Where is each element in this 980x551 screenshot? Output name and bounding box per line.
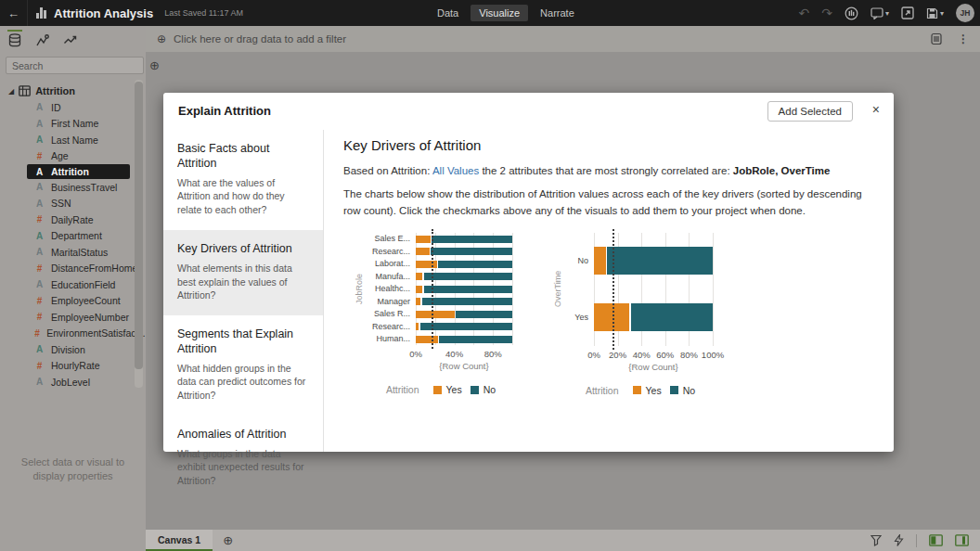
content-heading: Key Drivers of Attrition [343, 137, 870, 153]
bar-segment-yes[interactable] [594, 247, 606, 275]
legend-entry-yes[interactable]: Yes [433, 384, 462, 395]
kebab-menu-icon[interactable]: ⋮ [958, 32, 969, 45]
field-row[interactable]: AFirst Name [0, 116, 146, 133]
layout-left-icon[interactable] [929, 534, 943, 546]
back-button[interactable]: ← [0, 0, 28, 26]
redo-icon[interactable]: ↷ [821, 6, 832, 20]
field-row[interactable]: ADepartment [0, 228, 146, 245]
explain-nav-item[interactable]: Segments that Explain AttritionWhat hidd… [163, 315, 323, 416]
add-canvas-icon[interactable]: ⊕ [223, 534, 233, 546]
nav-item-desc: What are the values of Attrition and how… [177, 176, 308, 216]
filter-settings-icon[interactable] [930, 32, 943, 45]
explain-nav-item[interactable]: Basic Facts about AttritionWhat are the … [163, 130, 323, 230]
visualizations-tab[interactable] [34, 29, 51, 51]
field-row[interactable]: ADivision [0, 341, 146, 358]
field-row[interactable]: AMaritalStatus [0, 244, 146, 261]
chevron-down-icon: ▾ [940, 9, 944, 18]
measure-icon: # [34, 263, 45, 274]
layout-right-icon[interactable] [955, 534, 969, 546]
filter-pin-icon[interactable] [870, 534, 882, 546]
field-row[interactable]: #DistanceFromHome [0, 261, 146, 277]
tab-data[interactable]: Data [429, 5, 467, 21]
bar-segment-no[interactable] [456, 311, 512, 318]
tab-visualize[interactable]: Visualize [471, 5, 528, 21]
add-filter-prompt[interactable]: Click here or drag data to add a filter [174, 33, 346, 45]
data-elements-tab[interactable] [6, 29, 23, 51]
bar-segment-no[interactable] [424, 286, 512, 293]
field-row[interactable]: AEducationField [0, 276, 146, 293]
category-label: Human... [369, 334, 410, 343]
bar-segment-yes[interactable] [416, 248, 430, 255]
field-row[interactable]: AAttrition [27, 164, 130, 179]
overtime-chart[interactable]: OverTimeNoYes0%20%40%60%80%100%{Row Coun… [555, 233, 713, 396]
bar-segment-yes[interactable] [416, 261, 437, 268]
field-row[interactable]: #Age [0, 148, 146, 165]
attribute-icon: A [34, 135, 45, 145]
add-filter-icon[interactable]: ⊕ [157, 33, 166, 45]
bar-segment-no[interactable] [607, 247, 713, 275]
plot-area: Sales E...Researc...Laborat...Manufa...H… [369, 233, 512, 346]
field-row[interactable]: #EnvironmentSatisfac… [0, 326, 146, 342]
search-row: ⊕ [6, 57, 141, 74]
bar-segment-no[interactable] [438, 261, 512, 268]
field-name: SSN [51, 198, 71, 209]
all-values-link[interactable]: All Values [432, 165, 479, 176]
field-row[interactable]: ABusinessTravel [0, 179, 146, 196]
bar-segment-no[interactable] [422, 298, 512, 305]
bar-segment-yes[interactable] [416, 323, 419, 330]
legend-entry-no[interactable]: No [670, 385, 695, 396]
bar-segment-yes[interactable] [416, 286, 422, 293]
field-row[interactable]: ASSN [0, 196, 146, 212]
undo-icon[interactable]: ↶ [799, 6, 810, 20]
user-avatar[interactable]: JH [956, 4, 974, 22]
dataset-row[interactable]: ◢ Attrition [0, 83, 146, 99]
bar-segment-yes[interactable] [416, 236, 431, 243]
present-icon[interactable] [901, 6, 914, 19]
field-row[interactable]: #EmployeeCount [0, 293, 146, 310]
add-selected-button[interactable]: Add Selected [767, 101, 853, 122]
legend-entry-yes[interactable]: Yes [633, 385, 662, 396]
bar-segment-no[interactable] [420, 323, 512, 330]
explain-nav-item[interactable]: Anomalies of AttritionWhat groups in the… [163, 416, 323, 501]
bar-segment-no[interactable] [432, 236, 512, 243]
field-row[interactable]: #HourlyRate [0, 358, 146, 375]
field-row[interactable]: #EmployeeNumber [0, 309, 146, 326]
canvas-tab[interactable]: Canvas 1 [146, 530, 213, 551]
attribute-icon: A [34, 119, 45, 129]
bar-segment-no[interactable] [424, 273, 512, 280]
field-row[interactable]: AJobLevel [0, 374, 146, 390]
field-row[interactable]: ALast Name [0, 132, 146, 148]
field-name: ID [51, 102, 61, 113]
category-label: Sales R... [369, 309, 410, 318]
explanation-text: The charts below show the distribution o… [343, 186, 870, 219]
x-axis-tick: 60% [656, 350, 674, 360]
tab-narrate[interactable]: Narrate [532, 5, 583, 21]
bar-segment-yes[interactable] [594, 303, 629, 331]
bar-segment-yes[interactable] [416, 273, 422, 280]
x-axis-title: {Row Count} [628, 362, 677, 372]
sidebar-scrollbar-thumb[interactable] [135, 82, 143, 369]
correlated-attributes: JobRole, OverTime [733, 165, 831, 176]
field-name: Age [51, 150, 69, 161]
add-dataset-icon[interactable]: ⊕ [149, 59, 160, 71]
bar-segment-yes[interactable] [416, 336, 438, 343]
bar-segment-no[interactable] [431, 248, 512, 255]
jobrole-chart[interactable]: JobRoleSales E...Researc...Laborat...Man… [356, 233, 512, 396]
field-row[interactable]: AID [0, 99, 146, 116]
legend-entry-no[interactable]: No [471, 384, 496, 395]
bar-segment-yes[interactable] [416, 311, 455, 318]
auto-insights-icon[interactable] [845, 6, 858, 20]
bar-segment-no[interactable] [631, 303, 713, 331]
analytics-tab[interactable] [62, 29, 79, 51]
search-input[interactable] [6, 57, 144, 74]
close-icon[interactable]: × [872, 103, 880, 116]
bar-segment-yes[interactable] [416, 298, 420, 305]
bar-segment-no[interactable] [439, 336, 512, 343]
expand-icon[interactable]: ◢ [8, 87, 14, 96]
attribute-icon: A [34, 102, 45, 112]
touch-insights-icon[interactable] [894, 534, 904, 546]
comments-menu[interactable]: ▾ [870, 7, 889, 19]
field-row[interactable]: #DailyRate [0, 211, 146, 228]
save-menu[interactable]: ▾ [926, 7, 944, 19]
explain-nav-item[interactable]: Key Drivers of AttritionWhat elements in… [163, 230, 323, 315]
